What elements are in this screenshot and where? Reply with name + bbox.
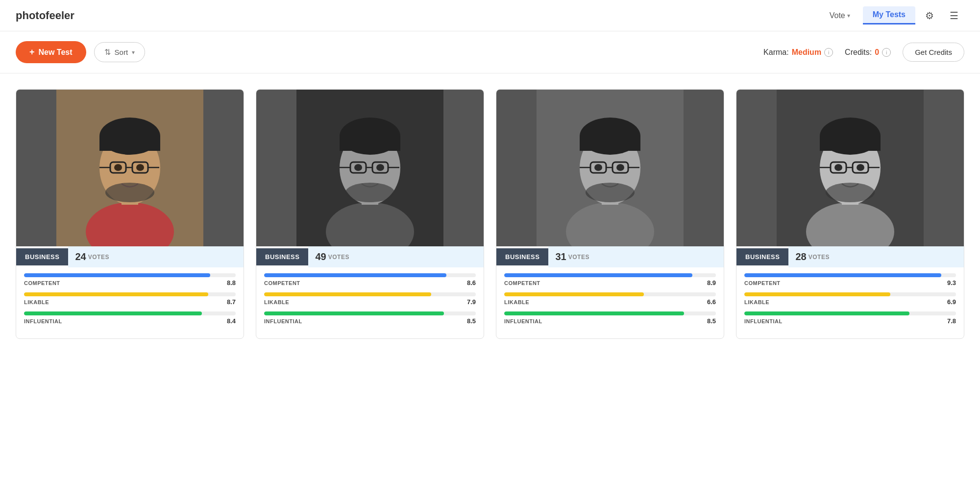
card-2[interactable]: BUSINESS49 VOTESCOMPETENT8.6LIKABLE7.9IN… [256,89,484,339]
new-test-button[interactable]: + New Test [16,41,86,63]
metric-bar-container-4-2 [744,311,956,315]
metric-label-text-1-2: INFLUENTIAL [24,318,62,324]
cards-grid: BUSINESS24 VOTESCOMPETENT8.8LIKABLE8.7IN… [0,73,980,355]
metric-bar-container-3-1 [504,292,716,296]
metric-row-likable-4: LIKABLE6.9 [744,292,956,306]
svg-point-27 [376,164,384,171]
settings-gear-icon[interactable]: ⚙ [919,6,940,25]
card-metrics-4: COMPETENT9.3LIKABLE6.9INFLUENTIAL7.8 [736,267,964,338]
metric-bar-green-2 [264,311,444,315]
karma-label: Karma: [763,48,789,57]
svg-rect-20 [340,136,400,151]
votes-info-2: 49 VOTES [308,246,484,267]
svg-rect-5 [99,136,160,151]
card-4[interactable]: BUSINESS28 VOTESCOMPETENT9.3LIKABLE6.9IN… [736,89,964,339]
svg-point-59 [826,183,875,202]
svg-point-57 [857,164,864,171]
metric-bar-blue-2 [264,273,446,277]
metric-score-2-1: 7.9 [467,298,476,306]
votes-number-4: 28 [795,251,806,262]
toolbar-right: Karma: Medium i Credits: 0 i Get Credits [763,43,964,62]
metric-row-influential-1: INFLUENTIAL8.4 [24,311,236,325]
metric-score-2-2: 8.5 [467,317,476,325]
sort-chevron-icon: ▾ [132,49,135,56]
brand-logo: photofeeler [16,9,821,22]
metric-row-influential-4: INFLUENTIAL7.8 [744,311,956,325]
metric-label-text-2-2: INFLUENTIAL [264,318,302,324]
card-1[interactable]: BUSINESS24 VOTESCOMPETENT8.8LIKABLE8.7IN… [16,89,244,339]
vote-button[interactable]: Vote ▾ [821,7,859,24]
card-metrics-1: COMPETENT8.8LIKABLE8.7INFLUENTIAL8.4 [16,267,244,338]
metric-bar-yellow-4 [744,292,890,296]
metric-label-row-1-0: COMPETENT8.8 [24,279,236,286]
metric-bar-green-3 [504,311,684,315]
metric-bar-yellow-1 [24,292,208,296]
metric-bar-yellow-3 [504,292,644,296]
metric-label-row-2-0: COMPETENT8.6 [264,279,476,286]
metric-row-influential-2: INFLUENTIAL8.5 [264,311,476,325]
credits-section: Credits: 0 i [845,48,891,57]
karma-section: Karma: Medium i [763,48,833,57]
svg-point-29 [345,183,394,202]
metric-label-text-2-0: COMPETENT [264,280,300,286]
svg-point-12 [136,164,144,171]
sort-button[interactable]: ⇅ Sort ▾ [94,42,146,62]
svg-point-41 [594,164,602,171]
votes-number-3: 31 [555,251,566,262]
svg-point-11 [114,164,122,171]
metric-label-text-4-1: LIKABLE [744,299,769,305]
svg-point-58 [846,172,854,182]
vote-chevron-icon: ▾ [847,12,850,19]
metric-label-row-1-1: LIKABLE8.7 [24,298,236,306]
metric-bar-container-4-1 [744,292,956,296]
votes-label-1: VOTES [88,254,109,261]
metric-row-competent-2: COMPETENT8.6 [264,273,476,286]
metric-label-text-3-1: LIKABLE [504,299,529,305]
svg-point-42 [616,164,624,171]
card-metrics-3: COMPETENT8.9LIKABLE6.6INFLUENTIAL8.5 [496,267,724,338]
metric-label-text-3-2: INFLUENTIAL [504,318,542,324]
sort-icon: ⇅ [104,48,111,57]
metric-bar-container-3-2 [504,311,716,315]
plus-icon: + [29,47,35,57]
metric-bar-blue-3 [504,273,692,277]
metric-score-1-1: 8.7 [227,298,236,306]
metric-score-3-1: 6.6 [707,298,716,306]
hamburger-menu-icon[interactable]: ☰ [944,6,964,25]
metric-score-2-0: 8.6 [467,279,476,286]
svg-point-13 [126,172,134,182]
metric-bar-container-2-2 [264,311,476,315]
credits-value: 0 [875,48,879,57]
votes-number-1: 24 [75,251,86,262]
category-badge-4: BUSINESS [736,248,788,265]
card-image-1 [16,90,244,246]
votes-info-4: 28 VOTES [788,246,964,267]
metric-label-text-1-1: LIKABLE [24,299,49,305]
votes-info-1: 24 VOTES [68,246,244,267]
metric-label-row-4-0: COMPETENT9.3 [744,279,956,286]
metric-label-row-3-2: INFLUENTIAL8.5 [504,317,716,325]
votes-label-4: VOTES [808,254,830,261]
navbar: photofeeler Vote ▾ My Tests ⚙ ☰ [0,0,980,31]
metric-label-text-4-2: INFLUENTIAL [744,318,783,324]
metric-bar-container-1-0 [24,273,236,277]
credits-info-icon[interactable]: i [882,48,891,57]
metric-label-row-2-2: INFLUENTIAL8.5 [264,317,476,325]
metric-label-row-1-2: INFLUENTIAL8.4 [24,317,236,325]
card-3[interactable]: BUSINESS31 VOTESCOMPETENT8.9LIKABLE6.6IN… [496,89,724,339]
credits-label: Credits: [845,48,872,57]
votes-label-2: VOTES [328,254,349,261]
karma-info-icon[interactable]: i [824,48,833,57]
category-badge-3: BUSINESS [496,248,548,265]
metric-bar-container-2-0 [264,273,476,277]
metric-bar-blue-4 [744,273,941,277]
category-badge-2: BUSINESS [256,248,308,265]
svg-point-26 [354,164,362,171]
votes-info-3: 31 VOTES [548,246,724,267]
metric-bar-container-3-0 [504,273,716,277]
votes-label-3: VOTES [568,254,589,261]
metric-score-3-2: 8.5 [707,317,716,325]
get-credits-button[interactable]: Get Credits [903,43,964,62]
my-tests-button[interactable]: My Tests [863,6,915,24]
metric-row-likable-2: LIKABLE7.9 [264,292,476,306]
